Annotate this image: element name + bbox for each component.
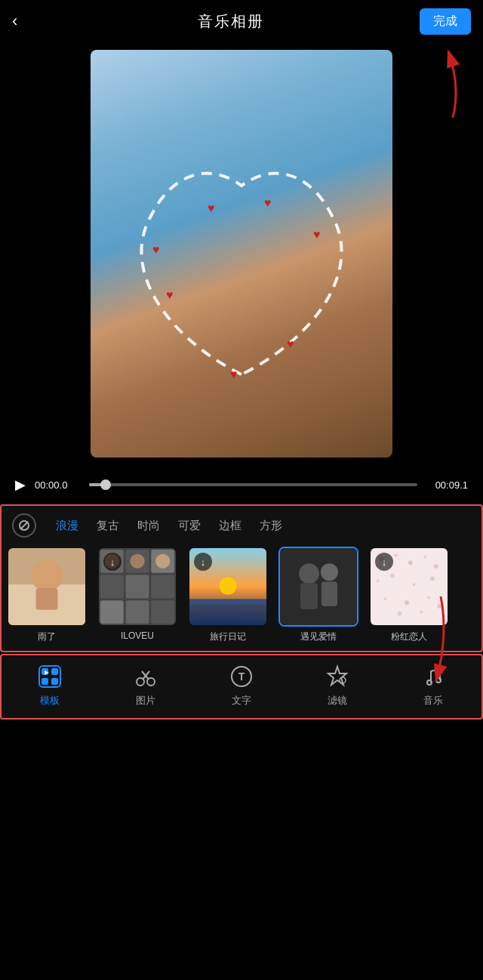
svg-rect-31 [189, 600, 266, 605]
template-thumb-3 [278, 547, 358, 627]
done-button[interactable]: 完成 [420, 8, 471, 35]
svg-rect-22 [100, 600, 124, 624]
svg-rect-20 [126, 575, 149, 599]
template-icon [36, 663, 63, 690]
time-start: 00:00.0 [35, 479, 80, 491]
svg-line-10 [20, 522, 28, 529]
svg-point-40 [408, 560, 413, 565]
app-header: ‹ 音乐相册 完成 [0, 0, 483, 42]
video-preview-area: ♥ ♥ ♥ ♥ ♥ ♥ ♥ [0, 42, 483, 465]
page-title: 音乐相册 [198, 11, 264, 32]
svg-rect-57 [51, 678, 58, 685]
progress-thumb[interactable] [100, 479, 111, 490]
svg-rect-32 [280, 548, 357, 625]
svg-point-68 [436, 678, 441, 683]
svg-rect-36 [321, 581, 337, 606]
svg-rect-14 [36, 588, 58, 610]
svg-marker-65 [328, 667, 346, 685]
svg-text:♥: ♥ [152, 243, 160, 256]
progress-bar[interactable] [89, 483, 417, 486]
back-button[interactable]: ‹ [12, 11, 42, 31]
svg-rect-55 [51, 668, 58, 675]
svg-point-41 [423, 556, 426, 559]
svg-text:♥: ♥ [230, 368, 238, 381]
template-thumb-0 [7, 547, 87, 627]
svg-rect-19 [100, 575, 124, 599]
template-item-4[interactable]: ↓ 粉红恋人 [364, 547, 454, 643]
svg-point-43 [377, 579, 380, 582]
template-label-3: 遇见爱情 [300, 630, 337, 643]
tool-template[interactable]: 模板 [23, 663, 76, 707]
svg-rect-24 [151, 600, 174, 624]
template-thumbnails: 雨了 [2, 542, 481, 651]
filter-icon [324, 663, 351, 690]
template-thumb-2: ↓ [188, 547, 268, 627]
svg-point-45 [413, 583, 416, 586]
category-tabs-bar: 浪漫 复古 时尚 可爱 边框 方形 [2, 506, 481, 542]
download-badge-4: ↓ [375, 553, 393, 571]
svg-point-50 [398, 612, 402, 616]
download-badge-2: ↓ [194, 553, 212, 571]
svg-point-51 [420, 611, 423, 614]
text-icon: T [228, 663, 255, 690]
template-item-0[interactable]: 雨了 [2, 547, 92, 643]
svg-point-39 [395, 554, 398, 557]
svg-point-52 [438, 604, 442, 609]
template-item-2[interactable]: ↓ 旅行日记 [183, 547, 273, 643]
template-thumb-1: ↓ [97, 547, 177, 627]
tool-template-label: 模板 [40, 694, 60, 707]
tool-picture[interactable]: 图片 [119, 663, 172, 707]
tool-picture-label: 图片 [136, 694, 155, 707]
svg-point-47 [383, 597, 386, 600]
time-end: 00:09.1 [426, 479, 468, 491]
svg-point-48 [405, 600, 409, 605]
svg-text:♥: ♥ [166, 288, 174, 301]
music-icon [420, 663, 447, 690]
svg-point-26 [130, 554, 144, 569]
svg-point-27 [155, 554, 170, 569]
svg-rect-56 [42, 678, 48, 685]
svg-text:T: T [238, 670, 245, 683]
tool-music[interactable]: 音乐 [407, 663, 460, 707]
svg-rect-34 [300, 583, 318, 609]
template-label-2: 旅行日记 [210, 630, 246, 643]
category-ban-icon[interactable] [12, 513, 36, 538]
svg-rect-23 [126, 600, 149, 624]
template-label-4: 粉红恋人 [391, 630, 427, 643]
tab-fashion[interactable]: 时尚 [128, 516, 169, 536]
svg-point-44 [390, 574, 395, 578]
svg-point-13 [31, 559, 63, 591]
svg-point-46 [430, 577, 435, 581]
template-label-0: 雨了 [38, 630, 56, 643]
svg-point-67 [427, 680, 432, 685]
download-badge-1: ↓ [103, 553, 122, 571]
svg-point-29 [219, 577, 236, 594]
svg-rect-21 [151, 575, 174, 599]
template-label-1: ILOVEU [121, 630, 154, 641]
tool-music-label: 音乐 [423, 694, 443, 707]
svg-point-33 [299, 563, 319, 584]
tool-filter[interactable]: 滤镜 [311, 663, 364, 707]
svg-point-35 [321, 563, 338, 581]
tab-vintage[interactable]: 复古 [88, 516, 128, 536]
tool-text[interactable]: T 文字 [215, 663, 268, 707]
tab-square[interactable]: 方形 [251, 516, 291, 536]
template-item-1[interactable]: ↓ ILOVEU [92, 547, 183, 643]
template-thumb-4: ↓ [369, 547, 449, 627]
tool-text-label: 文字 [232, 694, 251, 707]
tab-romantic[interactable]: 浪漫 [47, 516, 88, 536]
playback-controls: ▶ 00:00.0 00:09.1 [0, 465, 483, 504]
template-item-3[interactable]: 遇见爱情 [273, 547, 364, 643]
scissors-icon [132, 663, 159, 690]
svg-text:♥: ♥ [208, 202, 215, 214]
tool-filter-label: 滤镜 [328, 694, 347, 707]
svg-point-42 [434, 564, 438, 569]
video-frame: ♥ ♥ ♥ ♥ ♥ ♥ ♥ [91, 50, 392, 458]
tab-cute[interactable]: 可爱 [169, 516, 210, 536]
svg-point-49 [427, 596, 430, 599]
svg-text:♥: ♥ [264, 196, 272, 209]
template-section: 浪漫 复古 时尚 可爱 边框 方形 雨了 [0, 504, 483, 652]
tab-frame[interactable]: 边框 [210, 516, 251, 536]
play-button[interactable]: ▶ [15, 476, 26, 493]
svg-text:♥: ♥ [287, 337, 294, 350]
